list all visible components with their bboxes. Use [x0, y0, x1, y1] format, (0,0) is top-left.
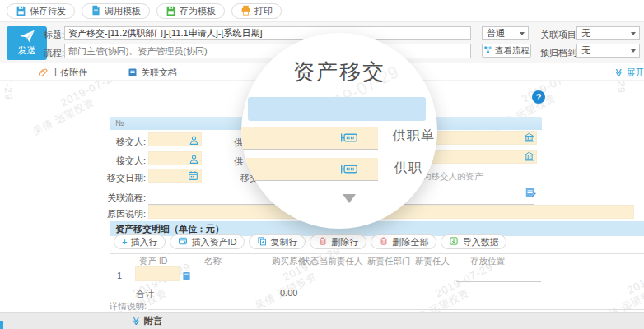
prearchive-value: 无 [581, 44, 590, 57]
save-as-template-button[interactable]: 存为模板 [156, 3, 225, 19]
organization-picker-icon[interactable] [524, 132, 534, 146]
calendar-icon[interactable] [188, 169, 198, 184]
location-input[interactable] [456, 268, 541, 282]
col-header-name: 名称 [204, 256, 222, 267]
detail-toolbar: + 插入行 插入资产ID 复制行 删除行 删除全部 导入数据 [114, 234, 506, 249]
trash-icon [379, 236, 389, 248]
save-icon [16, 5, 26, 17]
field-picker-icon [340, 162, 358, 179]
col-header-asset-id: 资产 ID [139, 256, 167, 267]
import-icon [449, 236, 459, 248]
double-chevron-down-icon: ≫ [132, 317, 141, 325]
related-project-value: 无 [581, 27, 590, 39]
paper-plane-icon [19, 30, 35, 44]
footer-bar [0, 312, 644, 329]
insert-row-button[interactable]: + 插入行 [114, 234, 166, 249]
magnified-label: 供职单 [393, 127, 435, 145]
upload-attachment-label: 上传附件 [51, 67, 87, 79]
asset-lookup-icon[interactable] [182, 269, 191, 284]
help-icon[interactable]: ? [532, 90, 545, 104]
col-header-location: 存放位置 [470, 256, 505, 267]
print-label: 打印 [254, 5, 273, 17]
delete-row-button[interactable]: 删除行 [310, 234, 366, 249]
corner-accent [0, 321, 3, 329]
prearchive-select[interactable]: 无 [576, 44, 640, 58]
copy-icon [257, 236, 267, 248]
related-doc-link[interactable]: 关联文档 [128, 67, 177, 79]
prearchive-label: 预归档到: [540, 47, 579, 59]
col-header-new-dept: 新责任部门 [367, 256, 411, 267]
magnified-section-band [248, 97, 426, 121]
upload-attachment-link[interactable]: 上传附件 [38, 67, 87, 79]
asset-id-input[interactable] [135, 266, 180, 281]
numero-label: № [115, 118, 124, 127]
view-flow-button[interactable]: 查看流程 [482, 44, 531, 58]
reason-label: 原因说明: [100, 208, 146, 220]
priority-select[interactable]: 普通 [482, 26, 529, 40]
detail-note-input[interactable] [148, 296, 644, 310]
field-picker-icon [340, 131, 358, 148]
person-picker-icon[interactable] [189, 134, 199, 149]
delete-all-button[interactable]: 删除全部 [371, 234, 436, 249]
related-doc-label: 关联文档 [141, 67, 177, 79]
view-flow-label: 查看流程 [495, 45, 530, 57]
copy-row-button[interactable]: 复制行 [249, 234, 306, 249]
transferor-org-input[interactable] [428, 131, 537, 145]
insert-row-label: 插入行 [130, 236, 157, 248]
send-button[interactable]: 发送 [7, 26, 47, 60]
title-input[interactable] [64, 26, 471, 40]
flow-doc-icon[interactable] [525, 187, 536, 202]
mid-label-fragment: 供 [234, 155, 243, 168]
chevron-down-icon [520, 32, 525, 35]
magnified-dropdown-arrow [343, 194, 356, 203]
delete-all-label: 删除全部 [392, 236, 428, 248]
related-flow-label: 关联流程: [100, 192, 146, 204]
organization-picker-icon[interactable] [524, 151, 534, 165]
row-index: 1 [117, 271, 122, 280]
document-icon [128, 67, 138, 79]
delete-row-label: 删除行 [331, 236, 358, 248]
receiver-label: 接交人: [100, 155, 146, 167]
transferor-label: 移交人: [100, 136, 146, 148]
copy-row-label: 复制行 [270, 236, 297, 248]
detail-note-label: 详情说明: [110, 301, 147, 313]
detail-section-title: 资产移交明细（单位：元） [115, 224, 224, 234]
save-draft-label: 保存待发 [30, 5, 66, 17]
template-save-icon [166, 5, 176, 17]
magnified-label: 供职 [394, 160, 422, 177]
magnifier-bubble: 2019-07-29 资产移交 供职单 供职 [241, 33, 437, 229]
related-project-select[interactable]: 无 [576, 26, 640, 40]
import-data-label: 导入数据 [462, 236, 498, 248]
toolbar: 保存待发 调用模板 存为模板 打印 [0, 0, 644, 22]
paperclip-icon [38, 67, 48, 79]
save-draft-button[interactable]: 保存待发 [7, 3, 75, 19]
related-project-label: 关联项目: [540, 29, 579, 41]
flow-input[interactable] [64, 44, 471, 58]
title-label: 标题: [44, 29, 64, 41]
magnified-form-title: 资产移交 [253, 58, 426, 86]
chevron-down-icon [631, 32, 636, 35]
chevron-down-icon [631, 49, 636, 53]
table-top-border [110, 253, 644, 254]
postscript-label: 附言 [143, 315, 162, 327]
load-template-label: 调用模板 [105, 5, 141, 17]
expand-toggle[interactable]: ≫ 展开 [614, 67, 644, 79]
save-as-template-label: 存为模板 [180, 5, 216, 17]
print-button[interactable]: 打印 [231, 3, 282, 19]
insert-asset-id-button[interactable]: 插入资产ID [170, 234, 245, 249]
col-header-new-owner: 新责任人 [415, 256, 450, 267]
receiver-org-input[interactable] [428, 150, 537, 164]
import-data-button[interactable]: 导入数据 [441, 234, 506, 249]
postscript-toggle[interactable]: ≫ 附言 [132, 315, 162, 327]
send-label: 发送 [18, 44, 36, 57]
double-chevron-down-icon: ≫ [614, 68, 623, 76]
load-template-button[interactable]: 调用模板 [82, 3, 150, 19]
priority-value: 普通 [487, 27, 505, 39]
print-icon [240, 5, 251, 17]
person-picker-icon[interactable] [189, 153, 199, 168]
transfer-date-label: 移交日期: [100, 172, 146, 184]
flow-label: 流程: [44, 47, 64, 59]
trash-icon [318, 236, 328, 248]
col-header-current-owner: 当前责任人 [320, 256, 363, 267]
col-header-status: 状态 [301, 256, 319, 267]
